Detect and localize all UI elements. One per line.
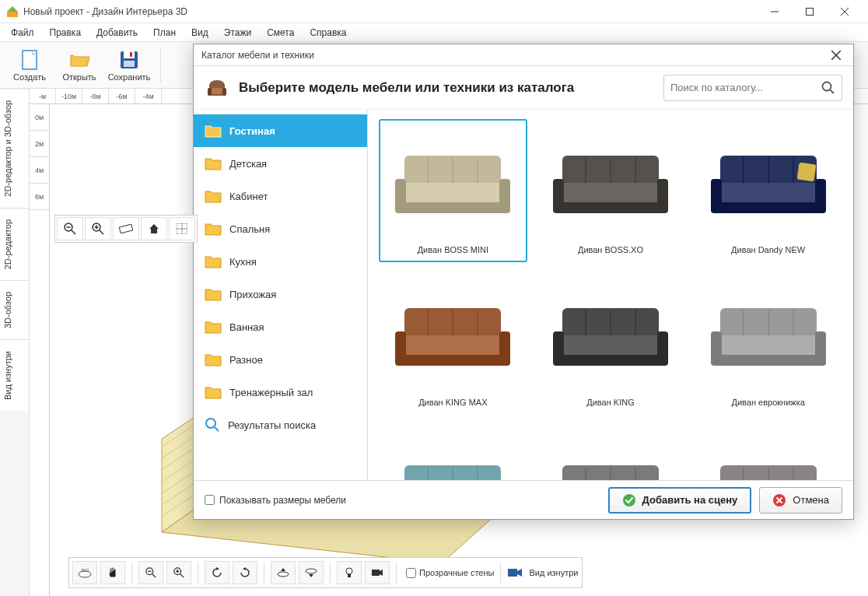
catalog-item-label: Диван Dandy NEW	[731, 242, 805, 258]
catalog-item[interactable]: Диван BOSS.XO	[537, 119, 685, 262]
catalog-thumb	[698, 429, 838, 480]
category-item-kids[interactable]: Детская	[194, 147, 367, 180]
catalog-item[interactable]: Диван Dandy NEW	[694, 119, 842, 262]
category-item-office[interactable]: Кабинет	[194, 180, 367, 212]
modal-footer: Показывать размеры мебели Добавить на сц…	[194, 480, 853, 519]
show-sizes-input[interactable]	[205, 495, 215, 505]
category-label: Разное	[229, 354, 263, 366]
separator	[264, 562, 264, 584]
cancel-icon	[772, 493, 786, 507]
light-button[interactable]	[337, 561, 362, 584]
side-tab-inside[interactable]: Вид изнутри	[0, 339, 29, 411]
catalog-item[interactable]: Диван KING	[537, 272, 685, 415]
minimize-button[interactable]	[757, 0, 792, 23]
toolbar-create[interactable]: Создать	[6, 44, 53, 87]
side-tabs: 2D-редактор и 3D-обзор 2D-редактор 3D-об…	[0, 89, 30, 596]
transparent-walls-checkbox[interactable]: Прозрачные стены	[406, 568, 494, 578]
folder-icon	[205, 320, 222, 334]
category-item-kitchen[interactable]: Кухня	[194, 245, 367, 278]
svg-rect-3	[806, 8, 813, 15]
menu-file[interactable]: Файл	[3, 25, 42, 40]
svg-marker-20	[149, 224, 159, 233]
maximize-button[interactable]	[792, 0, 827, 23]
modal-close-button[interactable]	[827, 46, 845, 65]
menu-estimate[interactable]: Смета	[259, 25, 302, 40]
modal-heading: Выберите модель мебели или техники из ка…	[239, 80, 654, 96]
tilt-down-button[interactable]	[299, 561, 324, 584]
orbit-360-button[interactable]: 360	[72, 561, 97, 584]
category-item-misc[interactable]: Разное	[194, 343, 367, 376]
cancel-button[interactable]: Отмена	[759, 487, 842, 514]
category-list: Гостиная Детская Кабинет Спальня Кухня П…	[194, 110, 368, 480]
menu-plan[interactable]: План	[145, 25, 184, 40]
modal-body: Гостиная Детская Кабинет Спальня Кухня П…	[194, 110, 853, 480]
rotate-left-button[interactable]	[205, 561, 229, 584]
catalog-item[interactable]	[537, 424, 685, 480]
svg-point-44	[306, 569, 317, 573]
category-item-living[interactable]: Гостиная	[194, 114, 367, 147]
side-tab-3d[interactable]: 3D-обзор	[0, 280, 29, 339]
rotate-right-button[interactable]	[233, 561, 257, 584]
folder-icon	[205, 254, 222, 268]
category-item-bathroom[interactable]: Ванная	[194, 310, 367, 343]
category-item-gym[interactable]: Тренажерный зал	[194, 376, 367, 408]
zoom-in-button[interactable]	[85, 217, 111, 240]
svg-rect-68	[499, 179, 510, 213]
inside-view-label[interactable]: Вид изнутри	[529, 568, 578, 577]
catalog-item[interactable]: Диван KING MAX	[379, 272, 527, 415]
menu-view[interactable]: Вид	[184, 25, 216, 40]
svg-rect-48	[372, 570, 380, 576]
catalog-thumb	[698, 276, 838, 394]
category-item-hallway[interactable]: Прихожая	[194, 278, 367, 310]
grid-button[interactable]	[169, 217, 195, 240]
check-icon	[622, 493, 636, 507]
svg-rect-11	[130, 52, 132, 57]
folder-icon	[205, 287, 222, 301]
show-sizes-checkbox[interactable]: Показывать размеры мебели	[205, 495, 600, 506]
camera-button[interactable]	[365, 561, 390, 584]
ruler-button[interactable]	[113, 217, 139, 240]
category-item-search-results[interactable]: Результаты поиска	[194, 408, 367, 441]
svg-rect-108	[711, 331, 722, 366]
category-item-bedroom[interactable]: Спальня	[194, 212, 367, 245]
transparent-walls-input[interactable]	[406, 568, 416, 578]
ruler-h-tick: -4м	[135, 89, 162, 103]
camera-icon	[507, 567, 523, 578]
svg-rect-92	[395, 331, 406, 366]
toolbar-open[interactable]: Открыть	[56, 44, 103, 87]
menu-add[interactable]: Добавить	[89, 25, 145, 40]
catalog-item-label: Диван KING	[586, 394, 634, 410]
svg-line-16	[100, 230, 103, 234]
add-to-scene-button[interactable]: Добавить на сцену	[608, 487, 752, 514]
search-box[interactable]	[663, 75, 842, 101]
mini-toolbar	[54, 215, 198, 243]
catalog-thumb	[383, 124, 523, 242]
side-tab-2d3d[interactable]: 2D-редактор и 3D-обзор	[0, 89, 29, 208]
ruler-h-tick: -6м	[109, 89, 135, 103]
catalog-thumb	[541, 124, 681, 242]
toolbar-save[interactable]: Сохранить	[106, 44, 152, 87]
home-button[interactable]	[141, 217, 167, 240]
menu-help[interactable]: Справка	[302, 25, 354, 40]
catalog-item[interactable]: Диван еврокнижка	[694, 272, 842, 415]
catalog-item[interactable]	[694, 424, 842, 480]
pan-button[interactable]	[100, 561, 125, 584]
svg-rect-101	[657, 331, 668, 366]
tilt-up-button[interactable]	[271, 561, 296, 584]
svg-rect-55	[208, 88, 212, 96]
catalog-item[interactable]	[379, 424, 527, 480]
svg-marker-1	[7, 6, 18, 12]
app-icon	[6, 5, 19, 18]
search-input[interactable]	[670, 82, 821, 93]
catalog-item[interactable]: Диван BOSS MINI	[379, 119, 527, 262]
side-tab-2d[interactable]: 2D-редактор	[0, 208, 29, 280]
zoom-out-button[interactable]	[57, 217, 83, 240]
zoom-out-3d-button[interactable]	[138, 561, 163, 584]
toolbar-save-label: Сохранить	[108, 72, 151, 82]
menu-edit[interactable]: Правка	[42, 25, 89, 40]
zoom-in-3d-button[interactable]	[166, 561, 191, 584]
separator	[500, 562, 501, 584]
menu-floors[interactable]: Этажи	[216, 25, 259, 40]
ruler-v-tick: 0м	[30, 104, 49, 131]
close-button[interactable]	[827, 0, 862, 23]
